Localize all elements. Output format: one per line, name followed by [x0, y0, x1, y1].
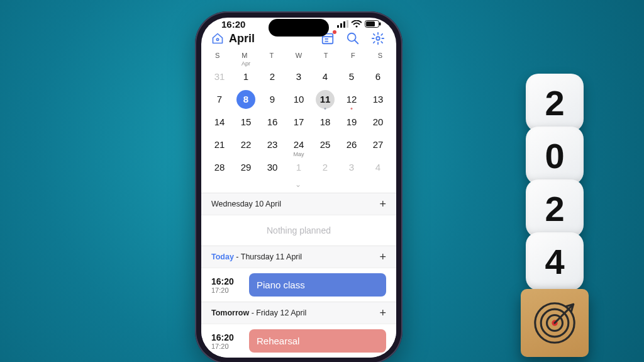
weekday-label: W — [285, 50, 312, 62]
dice-digit: 2 — [526, 179, 584, 237]
calendar-day[interactable]: 30 — [259, 156, 286, 179]
search-icon[interactable] — [346, 31, 360, 45]
event-pill[interactable]: Rehearsal — [249, 329, 386, 353]
dice-digit: 0 — [526, 127, 584, 184]
year-dice-stack: 2 0 2 4 — [521, 74, 589, 357]
dice-digit: 4 — [526, 232, 584, 290]
calendar-day[interactable]: 21 — [206, 133, 233, 156]
expand-handle[interactable]: ⌄ — [201, 179, 396, 193]
status-time: 16:20 — [221, 19, 245, 30]
event-title: Piano class — [257, 280, 305, 290]
calendar-day[interactable]: 19 — [338, 111, 365, 133]
calendar-day[interactable]: 18 — [312, 111, 338, 133]
agenda-section-header: Tomorrow - Friday 12 April + — [201, 302, 396, 324]
event-title: Rehearsal — [257, 336, 299, 346]
calendar-day[interactable]: 13 — [365, 88, 391, 111]
calendar-day[interactable]: 23 — [259, 133, 286, 156]
calendar-day[interactable]: 2 — [259, 65, 286, 88]
calendar-day[interactable]: 28 — [206, 156, 233, 179]
phone-frame: 16:20 April — [195, 11, 402, 362]
svg-rect-2 — [343, 21, 345, 28]
calendar-day[interactable]: 27 — [365, 133, 391, 156]
svg-rect-3 — [347, 20, 348, 28]
calendar-day[interactable]: 4 — [312, 65, 338, 88]
weekday-label: F — [340, 50, 367, 62]
calendar-day[interactable]: May1 — [286, 156, 312, 179]
calendar-day[interactable]: 9 — [259, 88, 286, 111]
weekday-label: T — [258, 50, 285, 62]
svg-rect-1 — [340, 23, 342, 28]
weekday-label: T — [313, 50, 340, 62]
calendar-day[interactable]: 31 — [206, 65, 233, 88]
agenda-section-header: Wednesday 10 April + — [201, 193, 396, 215]
dice-digit: 2 — [526, 74, 584, 132]
svg-rect-0 — [337, 25, 339, 28]
cellular-icon — [337, 20, 348, 28]
calendar-day[interactable]: 5 — [338, 65, 365, 88]
battery-icon — [365, 20, 381, 28]
event-row[interactable]: 16:20 17:20 Piano class — [201, 268, 396, 302]
svg-rect-6 — [366, 21, 375, 26]
add-event-button[interactable]: + — [379, 251, 386, 263]
svg-line-14 — [355, 40, 358, 44]
calendar-day[interactable]: 10 — [286, 88, 312, 111]
agenda-empty-text: Nothing planned — [201, 215, 396, 246]
svg-rect-7 — [379, 23, 381, 26]
agenda-section-title: Wednesday 10 April — [211, 200, 281, 208]
svg-point-8 — [216, 38, 218, 40]
calendar-day[interactable]: Apr1 — [233, 65, 259, 88]
calendar-day[interactable]: 7 — [206, 88, 233, 111]
calendar-day[interactable]: 16 — [259, 111, 286, 133]
settings-icon[interactable] — [371, 31, 385, 45]
target-icon — [530, 298, 579, 348]
calendar-day[interactable]: 11 — [312, 88, 338, 111]
agenda-section-title: Today - Thursday 11 April — [211, 252, 302, 261]
calendar-day[interactable]: 3 — [338, 156, 365, 179]
target-block — [521, 289, 589, 357]
event-row[interactable]: 16:20 17:20 Rehearsal — [201, 324, 396, 358]
calendar-grid[interactable]: 31Apr12345678910111213141516171819202122… — [201, 62, 396, 179]
calendar-day[interactable]: 17 — [286, 111, 312, 133]
calendar-day[interactable]: 15 — [233, 111, 259, 133]
weekday-row: SMTWTFS — [201, 50, 396, 62]
calendar-day[interactable]: 26 — [338, 133, 365, 156]
calendar-day[interactable]: 29 — [233, 156, 259, 179]
calendar-day[interactable]: 20 — [365, 111, 391, 133]
svg-line-20 — [555, 304, 574, 323]
event-time: 16:20 17:20 — [211, 329, 242, 353]
calendar-day[interactable]: 6 — [365, 65, 391, 88]
month-title[interactable]: April — [229, 32, 255, 45]
event-pill[interactable]: Piano class — [249, 273, 386, 297]
calendar-day[interactable]: 2 — [312, 156, 338, 179]
svg-point-4 — [355, 25, 357, 27]
weekday-label: S — [204, 50, 231, 62]
notification-dot — [333, 30, 336, 34]
calendar-day[interactable]: 12 — [338, 88, 365, 111]
event-time: 16:20 17:20 — [211, 273, 242, 297]
calendar-day[interactable]: 25 — [312, 133, 338, 156]
calendar-day[interactable]: 22 — [233, 133, 259, 156]
calendar-day[interactable]: 8 — [233, 88, 259, 111]
agenda-section-title: Tomorrow - Friday 12 April — [211, 308, 306, 317]
wifi-icon — [351, 20, 362, 28]
app-screen: 16:20 April — [201, 18, 396, 358]
add-event-button[interactable]: + — [379, 198, 386, 210]
calendar-day[interactable]: 14 — [206, 111, 233, 133]
dynamic-island — [269, 19, 329, 37]
svg-point-15 — [376, 37, 380, 40]
status-icons — [337, 20, 381, 28]
calendar-day[interactable]: 3 — [286, 65, 312, 88]
agenda-section-header: Today - Thursday 11 April + — [201, 246, 396, 268]
add-event-button[interactable]: + — [379, 307, 386, 319]
calendar-day[interactable]: 4 — [365, 156, 391, 179]
weekday-label: S — [367, 50, 394, 62]
home-icon[interactable] — [211, 32, 224, 45]
